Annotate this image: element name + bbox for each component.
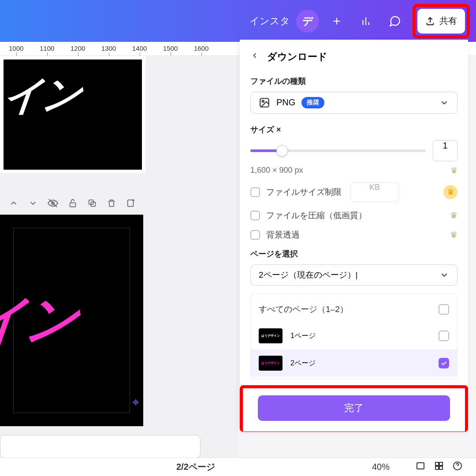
chevron-down-icon (439, 270, 449, 280)
svg-rect-8 (435, 462, 439, 465)
compress-label: ファイルを圧縮（低画質） (266, 210, 367, 221)
rectangle-icon (415, 461, 426, 471)
help-button[interactable] (452, 461, 463, 473)
svg-rect-7 (417, 463, 424, 469)
panel-title: ダウンロード (267, 50, 327, 63)
all-pages-label: すべてのページ（1–2） (259, 304, 348, 315)
svg-rect-9 (439, 462, 443, 465)
lock-icon[interactable] (68, 198, 78, 208)
recommended-badge: 推奨 (301, 97, 324, 108)
compress-checkbox[interactable] (250, 211, 260, 220)
page-2-label: 2ページ (290, 359, 316, 368)
crown-icon: ♛ (450, 230, 457, 240)
slider-thumb[interactable] (276, 145, 288, 156)
page-2-text[interactable]: イン (0, 283, 81, 358)
crown-icon: ♛ (443, 185, 457, 199)
page-1-label: 1ページ (290, 331, 316, 341)
page-2-thumb: はうデザイン (259, 356, 283, 371)
page-2-canvas[interactable]: イン (0, 215, 143, 426)
page-select-label: ページを選択 (250, 249, 457, 259)
avatar[interactable]: デ (296, 10, 319, 33)
add-button[interactable] (325, 10, 348, 33)
page-toolbar (0, 193, 145, 214)
zoom-level[interactable]: 40% (372, 462, 390, 472)
ruler-tick: 1300 (101, 45, 116, 52)
all-pages-checkbox[interactable] (439, 304, 449, 315)
analytics-button[interactable] (354, 10, 377, 33)
chevron-up-icon[interactable] (9, 198, 19, 208)
filesize-limit-checkbox[interactable] (250, 187, 260, 197)
page-1-thumbnail[interactable]: イン (0, 56, 145, 173)
page-2-checkbox[interactable] (439, 358, 449, 368)
comment-button[interactable] (383, 10, 406, 33)
avatar-letter: デ (302, 14, 313, 28)
bar-chart-icon (360, 15, 372, 27)
download-panel: ダウンロード ファイルの種類 PNG 推奨 サイズ × 1 1,600 × 90… (240, 40, 468, 432)
page-list-item-1[interactable]: はうデザイン 1ページ (259, 322, 449, 350)
svg-rect-11 (439, 466, 443, 469)
ruler-tick: 1600 (194, 45, 208, 52)
eye-off-icon[interactable] (48, 198, 58, 208)
size-label: サイズ × (250, 124, 457, 135)
filesize-limit-label: ファイルサイズ制限 (266, 186, 342, 198)
plus-icon (331, 15, 342, 27)
page-select-value: 2ページ（現在のページ）| (259, 269, 358, 281)
page-1-text: イン (4, 67, 83, 123)
bottom-bar: 2/2ページ 40% (0, 457, 476, 476)
size-slider[interactable] (250, 149, 426, 152)
design-name[interactable]: インスタ (249, 15, 290, 28)
add-page-button[interactable] (0, 435, 201, 458)
page-indicator[interactable]: 2/2ページ (176, 461, 215, 473)
trash-icon[interactable] (107, 198, 116, 208)
ruler-tick: 1100 (40, 45, 54, 52)
share-button[interactable]: 共有 (417, 9, 465, 33)
page-1-checkbox[interactable] (439, 331, 449, 341)
chevron-down-icon (439, 98, 449, 108)
help-icon (452, 461, 463, 471)
view-grid-icon[interactable] (434, 461, 444, 473)
ruler-tick: 1200 (71, 45, 85, 52)
ruler-tick: 1400 (132, 45, 147, 52)
svg-rect-4 (128, 200, 134, 207)
share-highlight: 共有 (413, 4, 470, 38)
crown-icon: ♛ (450, 210, 457, 220)
text-cursor-icon: ⌖ (132, 395, 139, 410)
transparent-label: 背景透過 (266, 229, 300, 241)
share-label: 共有 (439, 15, 457, 27)
done-highlight: 完了 (240, 385, 468, 432)
back-button[interactable] (250, 51, 259, 63)
crown-icon: ♛ (450, 166, 457, 175)
filetype-select[interactable]: PNG 推奨 (250, 92, 457, 114)
done-button[interactable]: 完了 (258, 395, 450, 421)
upload-icon (425, 16, 435, 26)
add-page-icon[interactable] (126, 198, 136, 208)
filetype-value: PNG (276, 97, 295, 108)
svg-rect-10 (435, 466, 439, 469)
page-select[interactable]: 2ページ（現在のページ）| (250, 264, 457, 286)
transparent-checkbox[interactable] (250, 230, 260, 240)
svg-rect-1 (70, 203, 76, 207)
grid-icon (434, 461, 444, 471)
chevron-left-icon (250, 51, 259, 60)
canvas-area[interactable]: イン イン ⌖ (0, 56, 238, 461)
filesize-limit-input[interactable]: KB (350, 182, 399, 202)
page-list-item-2[interactable]: はうデザイン 2ページ (251, 350, 457, 377)
filetype-label: ファイルの種類 (250, 76, 457, 86)
ruler-tick: 1500 (163, 45, 178, 52)
size-input[interactable]: 1 (433, 140, 457, 161)
dimensions-text: 1,600 × 900 px (250, 166, 303, 175)
comment-icon (389, 15, 401, 27)
ruler-tick: 1000 (9, 45, 23, 52)
chevron-down-icon[interactable] (28, 198, 38, 208)
top-bar: インスタ デ 共有 (0, 0, 476, 42)
check-icon (440, 360, 447, 367)
page-list: すべてのページ（1–2） はうデザイン 1ページ はうデザイン 2ページ (250, 294, 457, 379)
page-1-thumb: はうデザイン (259, 328, 283, 343)
svg-point-6 (262, 100, 264, 102)
view-single-icon[interactable] (415, 461, 426, 473)
copy-icon[interactable] (87, 198, 97, 208)
image-icon (259, 97, 270, 108)
